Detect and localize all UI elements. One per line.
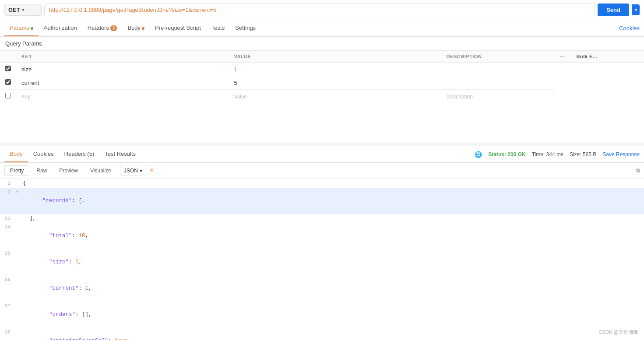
cookies-link[interactable]: Cookies (619, 25, 640, 32)
filter-icon[interactable]: ≡ (150, 167, 153, 174)
params-dot (31, 27, 33, 30)
format-bar: Pretty Raw Preview Visualize JSON ▾ ≡ ⧉ (0, 163, 644, 179)
param-current-value: 5 (229, 76, 441, 90)
resp-tab-cookies[interactable]: Cookies (28, 146, 59, 162)
tab-prerequest[interactable]: Pre-request Script (150, 20, 206, 36)
code-line-36: 36 "current": 1, (0, 275, 644, 301)
col-header-actions: ··· (554, 51, 571, 63)
col-header-description: DESCRIPTION (441, 51, 554, 63)
format-pretty-button[interactable]: Pretty (4, 165, 29, 176)
status-code: Status: 200 OK (488, 151, 525, 158)
tab-body[interactable]: Body (122, 20, 150, 36)
param-empty-key-placeholder: Key (21, 94, 31, 100)
param-current-check[interactable] (5, 79, 11, 85)
col-header-bulk[interactable]: Bulk E... (571, 51, 644, 63)
tab-params[interactable]: Params (4, 20, 39, 36)
tab-settings[interactable]: Settings (230, 20, 261, 36)
headers-badge: 9 (110, 25, 117, 31)
param-size-key: size (16, 63, 229, 76)
watermark: CSDN @李长洲哦 (599, 329, 638, 336)
collapse-arrow[interactable]: › (16, 188, 22, 196)
params-table: KEY VALUE DESCRIPTION ··· Bulk E... size… (0, 51, 644, 103)
table-row: current 5 (0, 76, 644, 90)
response-tabs: Body Cookies Headers (5) Test Results 🌐 … (0, 146, 644, 163)
format-preview-button[interactable]: Preview (54, 166, 83, 175)
save-response-button[interactable]: Save Response (602, 151, 640, 158)
url-input[interactable] (44, 4, 595, 16)
param-size-check[interactable] (5, 66, 11, 71)
param-size-desc (441, 63, 554, 76)
send-button[interactable]: Send (598, 4, 629, 16)
param-empty-desc-placeholder: Description (447, 94, 473, 100)
code-line-37: 37 "orders": [], (0, 301, 644, 328)
code-line-33: 33 ], (0, 214, 644, 223)
code-line-38: 38 "optimizeCountSql": true, (0, 328, 644, 340)
resp-tab-headers[interactable]: Headers (5) (59, 146, 100, 162)
response-size: Size: 565 B (570, 151, 596, 158)
param-current-desc (441, 76, 554, 90)
tab-authorization[interactable]: Authorization (39, 20, 82, 36)
send-dropdown-button[interactable]: ▾ (632, 4, 640, 15)
format-visualize-button[interactable]: Visualize (85, 166, 116, 175)
col-header-check (0, 51, 16, 63)
copy-icon[interactable]: ⧉ (636, 167, 640, 174)
resp-tab-testresults[interactable]: Test Results (99, 146, 141, 162)
query-params-title: Query Params (0, 37, 644, 51)
request-response-divider (0, 143, 644, 146)
code-line-1: 1 { (0, 179, 644, 188)
code-line-2: 2 › "records": [… (0, 188, 644, 214)
tab-headers[interactable]: Headers9 (82, 20, 123, 36)
param-empty-check[interactable] (5, 93, 11, 98)
col-header-value: VALUE (229, 51, 441, 63)
param-current-key: current (16, 76, 229, 90)
url-bar: GET ▾ Send ▾ (0, 0, 644, 20)
code-line-35: 35 "size": 5, (0, 249, 644, 275)
param-size-value: 1 (229, 63, 441, 76)
globe-icon: 🌐 (475, 151, 482, 158)
request-tabs: Params Authorization Headers9 Body Pre-r… (0, 20, 644, 37)
method-select[interactable]: GET ▾ (4, 4, 42, 16)
body-dot (142, 27, 144, 30)
method-label: GET (8, 7, 20, 13)
table-row: size 1 (0, 63, 644, 76)
tab-tests[interactable]: Tests (206, 20, 230, 36)
response-time: Time: 344 ms (532, 151, 563, 158)
json-format-select[interactable]: JSON ▾ (120, 166, 146, 175)
code-line-34: 34 "total": 10, (0, 223, 644, 249)
format-raw-button[interactable]: Raw (31, 166, 52, 175)
json-format-chevron: ▾ (140, 168, 142, 174)
json-format-label: JSON (124, 168, 138, 174)
param-empty-value-placeholder: Value (234, 94, 247, 100)
col-header-key: KEY (16, 51, 229, 63)
table-row-empty: Key Value Description (0, 90, 644, 103)
spacer (0, 103, 644, 143)
response-status: 🌐 Status: 200 OK Time: 344 ms Size: 565 … (475, 151, 640, 158)
method-chevron-icon: ▾ (22, 7, 24, 12)
resp-tab-body[interactable]: Body (4, 146, 28, 162)
code-view: 1 { 2 › "records": [… 33 ], 34 "total": … (0, 179, 644, 340)
